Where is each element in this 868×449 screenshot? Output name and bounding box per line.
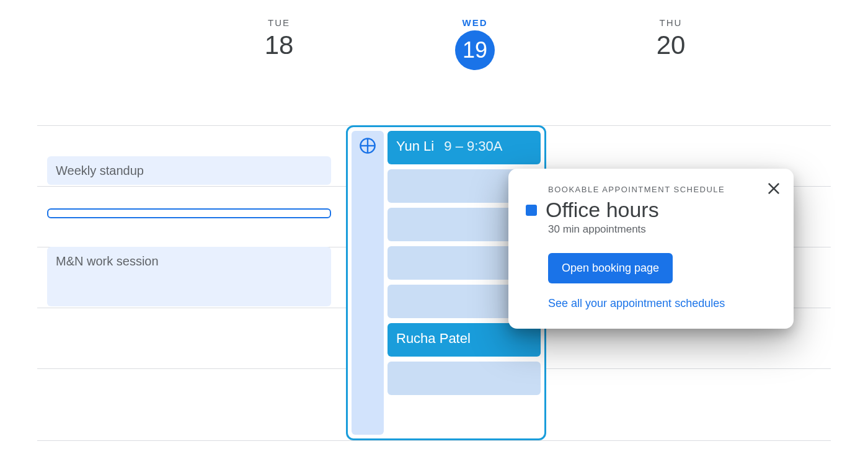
event-title: Weekly standup xyxy=(56,164,144,177)
popover-subtitle: 30 min appointments xyxy=(548,223,776,236)
day-of-month: 18 xyxy=(265,30,294,60)
calendar-event[interactable]: Weekly standup xyxy=(47,156,331,185)
calendar-event[interactable]: M&N work session xyxy=(47,247,331,306)
close-button[interactable] xyxy=(765,180,782,197)
day-of-month: 20 xyxy=(657,30,686,60)
calendar-event-placeholder[interactable] xyxy=(47,208,331,218)
day-header-tue[interactable]: TUE 18 xyxy=(181,0,377,93)
day-of-week: TUE xyxy=(268,17,290,28)
event-title: M&N work session xyxy=(56,254,159,268)
see-all-schedules-link[interactable]: See all your appointment schedules xyxy=(548,297,776,310)
schedule-grid-icon xyxy=(359,137,376,435)
appointment-name: Yun Li xyxy=(396,138,434,154)
appointment-name: Rucha Patel xyxy=(396,331,471,346)
calendar-color-swatch xyxy=(526,205,537,216)
appointment-time: 9 – 9:30A xyxy=(444,138,502,154)
popover-category-label: BOOKABLE APPOINTMENT SCHEDULE xyxy=(548,185,776,194)
day-column-tue[interactable]: Weekly standup M&N work session xyxy=(37,93,341,440)
close-icon xyxy=(765,189,782,199)
day-header-thu[interactable]: THU 20 xyxy=(573,0,769,93)
popover-title: Office hours xyxy=(546,198,659,222)
open-booking-page-button[interactable]: Open booking page xyxy=(548,253,673,283)
appointment-schedule-popover: BOOKABLE APPOINTMENT SCHEDULE Office hou… xyxy=(508,169,794,329)
day-of-month: 19 xyxy=(455,30,495,70)
appointment-slot-booked[interactable]: Yun Li 9 – 9:30A xyxy=(388,131,541,164)
appointment-slot-open[interactable] xyxy=(388,362,541,395)
day-header-wed[interactable]: WED 19 xyxy=(377,0,573,93)
day-of-week: WED xyxy=(463,17,488,28)
appointment-schedule-strip[interactable] xyxy=(352,131,384,435)
day-of-week: THU xyxy=(660,17,683,28)
